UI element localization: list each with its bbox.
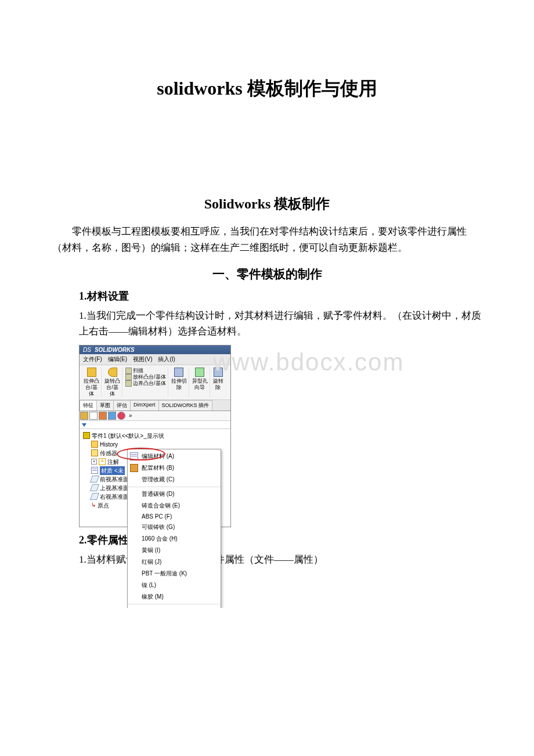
menu-nickel[interactable]: 镍 (L)	[128, 579, 221, 591]
menu-brass[interactable]: 黄铜 (I)	[128, 545, 221, 556]
tb-icon-3[interactable]	[99, 412, 107, 420]
sw-ribbon: 拉伸凸 台/基 体 旋转凸 台/基 体 扫描 放样凸台/基体 边界凸台/基体 拉…	[80, 365, 230, 399]
sw-app-name: SOLIDWORKS	[95, 347, 135, 353]
menu-edit-material[interactable]: 编辑材料 (A)	[128, 451, 221, 462]
tb-icon-5[interactable]	[117, 412, 125, 420]
menu-config-material[interactable]: 配置材料 (B)	[128, 462, 221, 474]
ribbon-boundary[interactable]: 边界凸台/基体	[125, 380, 166, 387]
folder-icon	[91, 441, 98, 448]
annotation-icon: A	[99, 458, 106, 465]
menu-1060-alloy[interactable]: 1060 合金 (H)	[128, 533, 221, 545]
document-subtitle: Solidworks 模板制作	[52, 195, 482, 213]
tree-history[interactable]: History	[81, 440, 229, 449]
menu-carbon-steel[interactable]: 普通碳钢 (D)	[128, 487, 221, 500]
sw-tabs: 特征 草图 评估 DimXpert SOLIDWORKS 插件	[80, 400, 230, 411]
intro-paragraph: 零件模板与工程图模板要相互呼应，当我们在对零件结构设计结束后，要对该零件进行属性…	[52, 224, 482, 255]
sw-titlebar: DS SOLIDWORKS	[80, 345, 230, 354]
menu-hide-show-tree[interactable]: 隐藏/显示树项目... (P)	[128, 604, 221, 608]
menu-edit[interactable]: 编辑(E)	[108, 355, 127, 363]
sensor-icon	[91, 449, 98, 456]
menu-manage-favorites[interactable]: 管理收藏 (C)	[128, 474, 221, 485]
menu-copper[interactable]: 红铜 (J)	[128, 556, 221, 568]
tab-sketch[interactable]: 草图	[96, 400, 114, 411]
tab-evaluate[interactable]: 评估	[113, 400, 131, 411]
tb-icon-1[interactable]	[80, 412, 88, 420]
config-material-icon	[130, 464, 138, 472]
material-icon	[91, 467, 98, 474]
ribbon-extrude[interactable]: 拉伸凸 台/基 体	[82, 368, 102, 397]
menu-rubber[interactable]: 橡胶 (M)	[128, 591, 221, 603]
sw-logo-icon: DS	[83, 347, 91, 353]
boundary-icon	[125, 380, 132, 387]
origin-icon: ↳	[91, 502, 96, 508]
expand-icon[interactable]: +	[91, 459, 97, 465]
plane-icon	[90, 493, 99, 500]
part-icon	[83, 432, 90, 439]
ribbon-loft[interactable]: 放样凸台/基体	[125, 374, 166, 380]
menu-view[interactable]: 视图(V)	[133, 355, 152, 363]
watermark-text: www.bdocx.com	[213, 348, 404, 376]
sweep-icon	[125, 368, 132, 374]
paragraph-step-1: 1.当我们完成一个零件结构设计时，对其材料进行编辑，赋予零件材料。（在设计树中，…	[79, 308, 482, 339]
sw-toolbar-small: »	[80, 411, 230, 421]
extrude-icon	[87, 368, 96, 377]
tb-icon-4[interactable]	[108, 412, 116, 420]
edit-material-icon	[130, 452, 138, 460]
tab-dimxpert[interactable]: DimXpert	[130, 400, 159, 411]
ribbon-cut[interactable]: 拉伸切 除	[169, 368, 189, 397]
revolve-icon	[108, 368, 117, 377]
tb-icon-2[interactable]	[89, 412, 98, 420]
heading-material-setting: 1.材料设置	[79, 289, 482, 303]
hole-wizard-icon	[195, 368, 204, 377]
cut-icon	[174, 368, 183, 377]
ribbon-revcut[interactable]: 旋转 除	[211, 368, 225, 397]
revcut-icon	[214, 368, 223, 377]
filter-icon	[82, 423, 86, 427]
tab-feature[interactable]: 特征	[80, 400, 97, 411]
menu-file[interactable]: 文件(F)	[83, 355, 102, 363]
plane-icon	[90, 484, 99, 491]
ribbon-hole[interactable]: 异型孔 向导	[190, 368, 210, 397]
section-1-title: 一、零件模板的制作	[52, 266, 482, 282]
menu-ductile-iron[interactable]: 可锻铸铁 (G)	[128, 521, 221, 533]
toolbar-chevron-icon[interactable]: »	[127, 412, 135, 419]
material-context-menu: 编辑材料 (A) 配置材料 (B) 管理收藏 (C) 普通碳钢 (D) 铸造合金…	[127, 449, 221, 608]
tree-part-root[interactable]: 零件1 (默认<<默认>_显示状	[81, 431, 229, 440]
menu-insert[interactable]: 插入(I)	[158, 355, 175, 363]
tab-plugin[interactable]: SOLIDWORKS 插件	[158, 400, 213, 411]
menu-pbt[interactable]: PBT 一般用途 (K)	[128, 568, 221, 579]
sw-menubar: 文件(F) 编辑(E) 视图(V) 插入(I)	[80, 354, 230, 365]
sw-filter-bar[interactable]	[80, 421, 230, 429]
ribbon-revolve[interactable]: 旋转凸 台/基 体	[103, 368, 122, 397]
ribbon-sweep[interactable]: 扫描	[125, 368, 143, 374]
plane-icon	[90, 476, 99, 483]
menu-abs-pc[interactable]: ABS PC (F)	[128, 512, 221, 521]
menu-cast-alloy[interactable]: 铸造合金钢 (E)	[128, 500, 221, 512]
document-title: solidworks 模板制作与使用	[52, 76, 482, 102]
loft-icon	[125, 374, 132, 380]
ribbon-group-sweep: 扫描 放样凸台/基体 边界凸台/基体	[124, 368, 168, 397]
solidworks-screenshot: www.bdocx.com DS SOLIDWORKS 文件(F) 编辑(E) …	[79, 345, 231, 527]
